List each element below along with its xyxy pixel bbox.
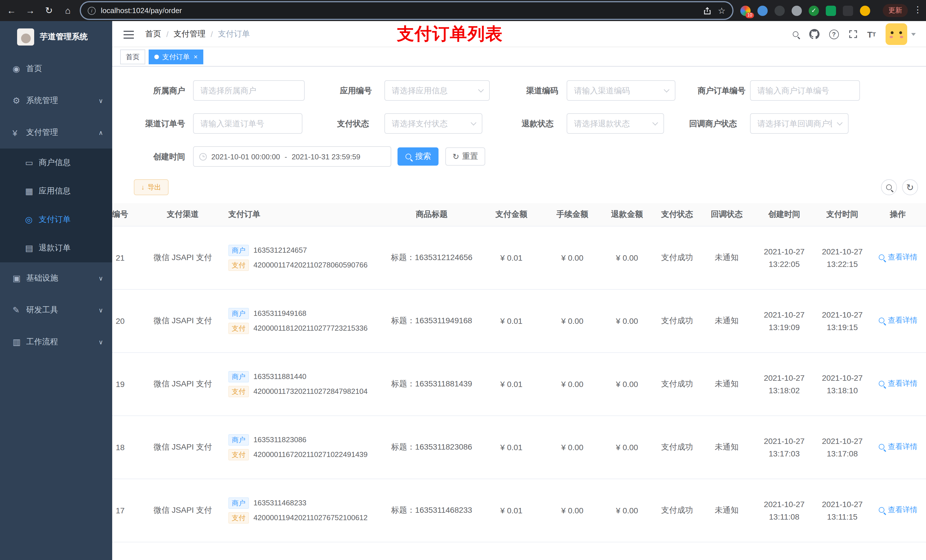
sidebar-item-dev-tools[interactable]: 研发工具 xyxy=(0,294,112,326)
channel-code-placeholder xyxy=(567,80,675,101)
github-icon[interactable] xyxy=(809,29,819,39)
app-filter-select[interactable] xyxy=(384,80,490,101)
sidebar-item-infrastructure[interactable]: 基础设施 xyxy=(0,263,112,294)
app-title: 芋道管理系统 xyxy=(40,32,88,42)
browser-forward-icon[interactable] xyxy=(23,3,38,18)
sidebar-item-app-info[interactable]: 应用信息 xyxy=(0,177,112,205)
sidebar-item-pay-order[interactable]: 支付订单 xyxy=(0,205,112,234)
browser-update-button[interactable]: 更新 xyxy=(883,4,908,17)
breadcrumb-home[interactable]: 首页 xyxy=(145,29,161,39)
cell-refund: ¥ 0.00 xyxy=(600,289,654,352)
view-detail-link[interactable]: 查看详情 xyxy=(878,442,917,452)
channel-order-no: 4200001181202110277723215336 xyxy=(253,324,368,332)
merchant-order-no-input[interactable] xyxy=(750,80,860,101)
col-notify: 回调状态 xyxy=(700,203,754,226)
address-bar[interactable]: i localhost:1024/pay/order xyxy=(81,2,732,19)
extension-icon-pin[interactable] xyxy=(843,5,853,16)
browser-back-icon[interactable] xyxy=(4,3,19,18)
tab-home[interactable]: 首页 xyxy=(120,49,145,64)
channel-order-no: 4200001194202110276752100612 xyxy=(253,513,368,522)
extension-icon-colorful[interactable]: 10 xyxy=(740,5,750,16)
refund-status-select[interactable] xyxy=(567,113,664,134)
user-menu[interactable] xyxy=(885,23,916,45)
tab-pay-order[interactable]: 支付订单 xyxy=(149,49,203,64)
sidebar-collapse-icon[interactable] xyxy=(124,30,134,39)
view-detail-link[interactable]: 查看详情 xyxy=(878,379,917,389)
cell-id: 18 xyxy=(112,415,143,478)
table-row: 17 微信 JSAPI 支付 商户 1635311468233 支付 42000… xyxy=(112,478,926,542)
cell-order: 商户 1635311881440 支付 42000011732021102728… xyxy=(223,352,386,415)
fullscreen-icon[interactable] xyxy=(848,30,857,39)
refund-status-placeholder xyxy=(567,113,664,134)
export-button[interactable]: 导出 xyxy=(134,179,169,195)
extension-icon-emoji[interactable] xyxy=(860,5,870,16)
active-tab-dot xyxy=(154,54,159,59)
sidebar-item-merchant-info[interactable]: 商户信息 xyxy=(0,148,112,177)
table-row: 19 微信 JSAPI 支付 商户 1635311881440 支付 42000… xyxy=(112,352,926,415)
sidebar-item-workflow[interactable]: 工作流程 xyxy=(0,326,112,358)
create-time-range-picker[interactable]: 2021-10-01 00:00:00 - 2021-10-31 23:59:5… xyxy=(193,146,391,167)
extension-icon-gray[interactable] xyxy=(791,5,802,16)
bookmark-star-icon[interactable] xyxy=(718,5,726,16)
channel-order-no-input[interactable] xyxy=(193,113,303,134)
cell-notify: 未通知 xyxy=(700,478,754,542)
cell-amount: ¥ 0.01 xyxy=(478,226,545,289)
filter-label-refund-status: 退款状态 xyxy=(491,113,554,134)
sidebar-item-label: 支付订单 xyxy=(39,214,71,225)
sidebar-item-home[interactable]: 首页 xyxy=(0,53,112,85)
refresh-table-button[interactable] xyxy=(902,179,918,195)
cell-actions: 查看详情 xyxy=(870,226,926,289)
notify-status-select[interactable] xyxy=(750,113,849,134)
cell-order: 商户 1635311468233 支付 42000011942021102767… xyxy=(223,478,386,542)
sidebar-item-label: 工作流程 xyxy=(26,337,58,347)
pay-tag: 支付 xyxy=(228,259,249,270)
toggle-search-button[interactable] xyxy=(881,179,897,195)
col-fee: 手续金额 xyxy=(545,203,600,226)
filter-label-merchant-order-no: 商户订单编号 xyxy=(670,80,746,101)
browser-home-icon[interactable] xyxy=(61,3,75,18)
tab-label: 支付订单 xyxy=(162,50,190,63)
app-filter-placeholder xyxy=(384,80,490,101)
breadcrumb-payment[interactable]: 支付管理 xyxy=(174,29,206,39)
cell-order: 商户 1635311823086 支付 42000011672021102710… xyxy=(223,415,386,478)
share-icon[interactable] xyxy=(703,6,711,15)
cell-fee: ¥ 0.00 xyxy=(545,415,600,478)
tools-icon xyxy=(12,305,26,315)
merchant-filter-input[interactable] xyxy=(193,80,305,101)
cell-amount: ¥ 0.01 xyxy=(478,415,545,478)
browser-menu-icon[interactable] xyxy=(914,5,922,15)
cell-title: 标题：1635312124656 xyxy=(386,226,478,289)
extension-icon-green-check[interactable] xyxy=(809,5,819,16)
cell-actions: 查看详情 xyxy=(870,542,926,560)
extension-icon-blue[interactable] xyxy=(757,5,768,16)
col-title: 商品标题 xyxy=(386,203,478,226)
font-size-icon[interactable]: TT xyxy=(867,29,876,39)
sidebar-item-system[interactable]: 系统管理 xyxy=(0,85,112,117)
view-detail-link[interactable]: 查看详情 xyxy=(878,252,917,263)
search-button[interactable]: 搜索 xyxy=(398,147,439,166)
cell-order: 商户 1635312124657 支付 42000011742021102780… xyxy=(223,226,386,289)
browser-reload-icon[interactable] xyxy=(42,3,56,18)
channel-code-filter-select[interactable] xyxy=(567,80,675,101)
sidebar-item-payment[interactable]: 支付管理 xyxy=(0,117,112,148)
table-row: 20 微信 JSAPI 支付 商户 1635311949168 支付 42000… xyxy=(112,289,926,352)
cell-title: 标题：1635311949168 xyxy=(386,289,478,352)
update-label: 更新 xyxy=(888,6,902,15)
view-detail-link[interactable]: 查看详情 xyxy=(878,505,917,515)
yen-icon xyxy=(12,128,26,137)
sidebar-item-refund-order[interactable]: 退款订单 xyxy=(0,234,112,263)
cell-channel: 微信 JSAPI 支付 xyxy=(143,226,223,289)
view-detail-link[interactable]: 查看详情 xyxy=(878,315,917,326)
grid-icon xyxy=(25,186,39,196)
cell-order: 商户 1635311151786 支付 42000011902021102731… xyxy=(223,542,386,560)
close-icon[interactable] xyxy=(194,50,198,63)
pay-status-select[interactable] xyxy=(384,113,483,134)
search-icon[interactable] xyxy=(792,30,799,38)
extension-icon-dark[interactable] xyxy=(775,5,785,16)
merchant-tag: 商户 xyxy=(228,308,249,319)
site-info-icon[interactable]: i xyxy=(88,6,96,15)
extension-icon-green-square[interactable] xyxy=(826,5,836,16)
reset-button[interactable]: 重置 xyxy=(445,147,485,166)
table-header-row: 编号 支付渠道 支付订单 商品标题 支付金额 手续金额 退款金额 支付状态 回调… xyxy=(112,203,926,226)
help-icon[interactable]: ? xyxy=(829,29,838,39)
